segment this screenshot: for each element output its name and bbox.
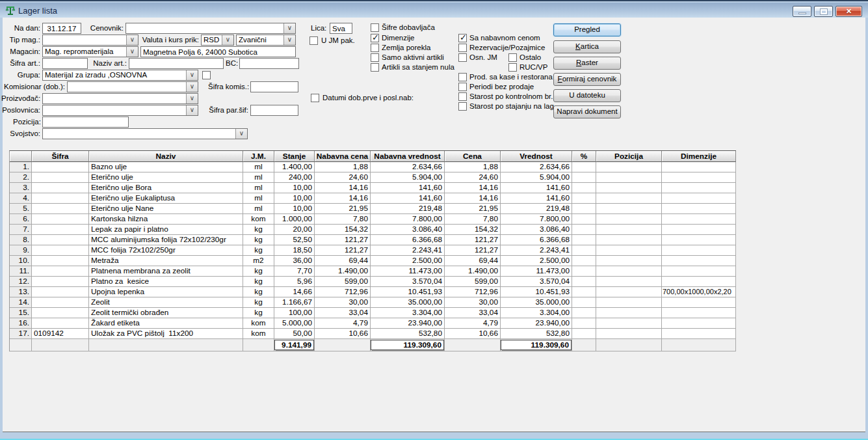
table-cell: ml [243, 193, 274, 204]
prod-kase-checkbox[interactable] [458, 73, 467, 81]
table-cell: 0109142 [32, 329, 89, 339]
chevron-down-icon[interactable]: ∨ [186, 105, 198, 115]
table-row[interactable]: 6.Kartonska hilznakom1.000,007,807.800,0… [10, 214, 736, 225]
svojstvo-select[interactable]: ∨ [42, 128, 248, 139]
table-cell: 599,00 [315, 277, 371, 287]
column-header-rownum[interactable] [10, 151, 32, 162]
periodi-checkbox[interactable] [458, 83, 467, 91]
column-header-Naziv[interactable]: Naziv [89, 151, 243, 162]
table-row[interactable]: 2.Eterično uljeml240,0024,605.904,0024,6… [10, 172, 736, 183]
column-header-Nabavna cena[interactable]: Nabavna cena [315, 151, 371, 162]
table-cell [596, 256, 662, 266]
table-cell: 119.309,60 [501, 339, 572, 351]
table-row[interactable]: 11.Platnena membrana za zeolitkg7,701.49… [10, 266, 736, 277]
table-cell [596, 308, 662, 318]
stanje-nula-checkbox[interactable] [371, 63, 379, 72]
chevron-down-icon[interactable]: ∨ [222, 35, 233, 45]
table-header-row: ŠifraNazivJ.M.StanjeNabavna cenaNabavna … [10, 151, 736, 162]
button-raster[interactable]: Raster [553, 57, 621, 70]
column-header-Dimenzije[interactable]: Dimenzije [662, 151, 736, 162]
table-cell: 33,04 [445, 308, 501, 318]
cenovnik-select[interactable]: ∨ [125, 23, 296, 34]
proizvodjac-select[interactable]: ∨ [42, 93, 198, 104]
grupa-checkbox[interactable] [202, 71, 211, 79]
valuta-select[interactable]: RSD ∨ [201, 34, 234, 46]
sifre-dobavljaca-checkbox[interactable] [371, 23, 379, 32]
column-header-Pozicija[interactable]: Pozicija [596, 151, 662, 162]
column-header-J.M.[interactable]: J.M. [243, 151, 274, 162]
table-cell: 141,60 [501, 183, 572, 193]
table-row[interactable]: 12.Platno za kesicekg5,96599,003.570,045… [10, 277, 736, 287]
na-dan-input[interactable] [42, 23, 81, 34]
u-jm-pak-checkbox[interactable] [309, 36, 318, 45]
grupa-select[interactable]: Materijal za izradu ,OSNOVNA ∨ [42, 70, 198, 81]
table-cell: kg [243, 225, 274, 235]
table-cell: 1,88 [445, 162, 501, 172]
table-cell: 14,16 [315, 193, 371, 204]
chevron-down-icon[interactable]: ∨ [186, 82, 198, 92]
table-cell: 2.634,66 [371, 162, 445, 172]
table-row[interactable]: 8.MCC aluminijumska folija 72x102/230grk… [10, 235, 736, 245]
chevron-down-icon[interactable]: ∨ [283, 35, 295, 45]
lica-input[interactable] [330, 23, 352, 34]
table-cell: 50,00 [274, 329, 315, 339]
column-header-%[interactable]: % [572, 151, 596, 162]
column-header-Nabavna vrednost[interactable]: Nabavna vrednost [371, 151, 445, 162]
kurs-select[interactable]: Zvanični ∨ [236, 34, 296, 46]
close-button[interactable]: ✕ [835, 6, 862, 17]
button-kartica[interactable]: Kartica [553, 40, 621, 53]
chevron-down-icon[interactable]: ∨ [186, 94, 198, 103]
table-cell [596, 183, 662, 193]
samo-aktivni-checkbox[interactable] [371, 53, 379, 62]
datumi-checkbox[interactable] [311, 94, 319, 102]
magacin-adresa-field[interactable] [140, 46, 296, 57]
chevron-down-icon[interactable]: ∨ [283, 23, 295, 33]
zemlja-porekla-checkbox[interactable] [371, 44, 379, 52]
table-row[interactable]: 7.Lepak za papir i platnokg20,00154,323.… [10, 225, 736, 235]
magacin-select[interactable]: Mag. repromaterijala ∨ [42, 46, 138, 57]
dimenzije-checkbox[interactable] [371, 34, 379, 42]
bc-input[interactable] [239, 58, 299, 69]
chevron-down-icon[interactable]: ∨ [235, 129, 247, 139]
starost-kontrolni-checkbox[interactable] [458, 92, 467, 101]
maximize-button[interactable] [814, 6, 833, 17]
osn-jm-checkbox[interactable] [458, 53, 467, 62]
sifra-art-input[interactable] [42, 58, 88, 69]
column-header-Stanje[interactable]: Stanje [274, 151, 315, 162]
tip-mag-select[interactable]: ∨ [42, 34, 138, 46]
table-row[interactable]: 14.Zeolitkg1.166,6730,0035.000,0030,0035… [10, 297, 736, 308]
poslovnica-select[interactable]: ∨ [42, 105, 198, 116]
rezervacije-checkbox[interactable] [458, 44, 467, 52]
table-row[interactable]: 13.Upojna lepenkakg14,66712,9610.451,937… [10, 287, 736, 297]
table-row[interactable]: 4.Eterično ulje Eukaliptusaml10,0014,161… [10, 193, 736, 204]
button-u-datoteku[interactable]: U datoteku [553, 89, 621, 102]
chevron-down-icon[interactable]: ∨ [126, 47, 138, 57]
table-row[interactable]: 16.Žakard etiketakom5.000,004,7923.940,0… [10, 318, 736, 329]
table-row[interactable]: 10.Metražam236,0069,442.500,0069,442.500… [10, 256, 736, 266]
chevron-down-icon[interactable]: ∨ [186, 70, 198, 80]
title-bar[interactable]: Lager lista ✕ [0, 3, 868, 18]
table-row[interactable]: 9.MCC folija 72x102/250grkg18,50121,272.… [10, 245, 736, 256]
column-header-Šifra[interactable]: Šifra [32, 151, 89, 162]
komisionar-select[interactable]: ∨ [67, 81, 198, 92]
table-row[interactable]: 15.Zeolit termički obrađenkg100,0033,043… [10, 308, 736, 318]
minimize-button[interactable] [793, 6, 811, 17]
table-row[interactable]: 5.Eterično ulje Naneml10,0021,95219,4821… [10, 204, 736, 214]
table-row[interactable]: 3.Eterično ulje Boraml10,0014,16141,6014… [10, 183, 736, 193]
button-formiraj-cenovnik[interactable]: Formiraj cenovnik [553, 73, 621, 86]
button-napravi-dokument[interactable]: Napravi dokument [553, 105, 621, 118]
naziv-art-input[interactable] [129, 58, 224, 69]
button-pregled[interactable]: Pregled [553, 23, 621, 36]
sifra-par-input[interactable] [250, 105, 298, 116]
pozicija-input[interactable] [42, 117, 129, 128]
starost-stajanje-checkbox[interactable] [458, 102, 467, 111]
column-header-Vrednost[interactable]: Vrednost [501, 151, 572, 162]
sifra-komis-input[interactable] [250, 81, 298, 92]
table-row[interactable]: 1.Bazno uljeml1.400,001,882.634,661,882.… [10, 162, 736, 172]
sa-nabavnom-checkbox[interactable] [458, 34, 467, 42]
ruc-vp-checkbox[interactable] [508, 63, 517, 72]
chevron-down-icon[interactable]: ∨ [126, 35, 138, 45]
table-row[interactable]: 17.0109142Uložak za PVC pištolj 11x200ko… [10, 329, 736, 339]
column-header-Cena[interactable]: Cena [445, 151, 501, 162]
ostalo-checkbox[interactable] [508, 53, 517, 62]
